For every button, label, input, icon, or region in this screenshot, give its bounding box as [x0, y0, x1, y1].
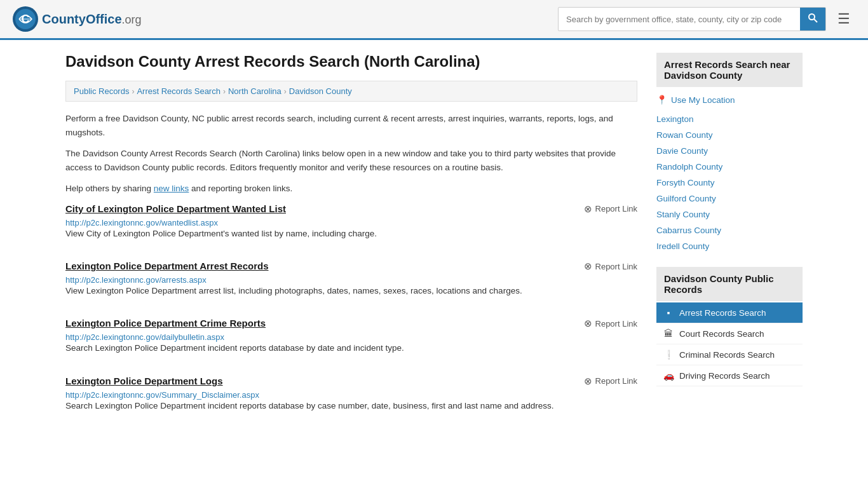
driving-record-icon: 🚗 — [663, 370, 674, 381]
search-bar — [558, 7, 826, 31]
resource-title-row-3: Lexington Police Department Logs ⊗ Repor… — [65, 376, 637, 387]
description-para3: Help others by sharing new links and rep… — [65, 182, 637, 196]
use-my-location-btn[interactable]: 📍 Use My Location — [656, 92, 803, 107]
sidebar-link-lexington[interactable]: Lexington — [656, 111, 803, 127]
resource-desc-0: View City of Lexington Police Department… — [65, 227, 637, 240]
logo-area: C CountyOffice.org — [13, 6, 142, 32]
report-icon-3: ⊗ — [584, 376, 592, 387]
search-button[interactable] — [800, 8, 825, 30]
sep-3: › — [284, 87, 287, 96]
resource-desc-3: Search Lexington Police Department incid… — [65, 400, 637, 412]
logo-text: CountyOffice.org — [42, 12, 142, 27]
report-link-btn-0[interactable]: ⊗ Report Link — [584, 203, 637, 215]
use-my-location-label: Use My Location — [671, 95, 735, 105]
header-right: ☰ — [558, 7, 855, 31]
resource-title-row-2: Lexington Police Department Crime Report… — [65, 318, 637, 329]
sidebar-record-arrest[interactable]: ▪ Arrest Records Search — [656, 302, 803, 323]
search-icon — [808, 13, 818, 23]
report-label-0: Report Link — [595, 204, 637, 214]
sidebar-link-iredell[interactable]: Iredell County — [656, 238, 803, 254]
resource-url-2[interactable]: http://p2c.lexingtonnc.gov/dailybulletin… — [65, 332, 224, 342]
sidebar-link-rowan[interactable]: Rowan County — [656, 127, 803, 143]
sep-1: › — [132, 87, 134, 96]
sidebar-link-cabarrus[interactable]: Cabarrus County — [656, 222, 803, 238]
report-link-btn-1[interactable]: ⊗ Report Link — [584, 261, 637, 272]
sep-2: › — [223, 87, 226, 96]
resource-title-1[interactable]: Lexington Police Department Arrest Recor… — [65, 261, 269, 271]
breadcrumb-north-carolina[interactable]: North Carolina — [228, 86, 281, 96]
sidebar-record-driving[interactable]: 🚗 Driving Records Search — [656, 365, 803, 386]
report-icon-2: ⊗ — [584, 318, 592, 329]
breadcrumb-arrest-records[interactable]: Arrest Records Search — [137, 86, 220, 96]
report-link-btn-2[interactable]: ⊗ Report Link — [584, 318, 637, 329]
sidebar-link-davie[interactable]: Davie County — [656, 143, 803, 159]
criminal-record-label: Criminal Records Search — [679, 350, 775, 360]
page-title: Davidson County Arrest Records Search (N… — [65, 53, 637, 71]
sidebar-records-heading: Davidson County Public Records — [656, 267, 803, 301]
breadcrumb: Public Records › Arrest Records Search ›… — [65, 81, 637, 102]
report-icon-0: ⊗ — [584, 203, 592, 215]
resource-entry-1: Lexington Police Department Arrest Recor… — [65, 261, 637, 302]
resource-entry-3: Lexington Police Department Logs ⊗ Repor… — [65, 376, 637, 417]
resource-entry-0: City of Lexington Police Department Want… — [65, 203, 637, 245]
sidebar-link-stanly[interactable]: Stanly County — [656, 207, 803, 222]
court-record-label: Court Records Search — [679, 329, 764, 339]
resource-url-0[interactable]: http://p2c.lexingtonnc.gov/wantedlist.as… — [65, 218, 218, 227]
menu-button[interactable]: ☰ — [832, 8, 855, 30]
resource-desc-2: Search Lexington Police Department incid… — [65, 342, 637, 355]
description-para3-suffix: and reporting broken links. — [189, 184, 292, 193]
sidebar-record-criminal[interactable]: ❕ Criminal Records Search — [656, 344, 803, 365]
sidebar-link-forsyth[interactable]: Forsyth County — [656, 175, 803, 191]
page-container: Davidson County Arrest Records Search (N… — [53, 40, 815, 445]
location-pin-icon: 📍 — [656, 95, 667, 105]
resources-list: City of Lexington Police Department Want… — [65, 203, 637, 417]
resource-title-row-1: Lexington Police Department Arrest Recor… — [65, 261, 637, 272]
court-record-icon: 🏛 — [663, 329, 674, 339]
resource-desc-1: View Lexington Police Department arrest … — [65, 285, 637, 297]
hamburger-icon: ☰ — [837, 11, 850, 27]
svg-point-3 — [809, 14, 815, 20]
description-para1: Perform a free Davidson County, NC publi… — [65, 112, 637, 139]
new-links-link[interactable]: new links — [154, 184, 189, 193]
header: C CountyOffice.org ☰ — [0, 0, 868, 40]
resource-title-row-0: City of Lexington Police Department Want… — [65, 203, 637, 215]
svg-line-4 — [814, 19, 817, 22]
sidebar-link-randolph[interactable]: Randolph County — [656, 159, 803, 175]
description-para2: The Davidson County Arrest Records Searc… — [65, 147, 637, 174]
sidebar: Arrest Records Search near Davidson Coun… — [656, 53, 803, 433]
report-label-3: Report Link — [595, 376, 637, 386]
resource-title-3[interactable]: Lexington Police Department Logs — [65, 376, 223, 386]
logo-icon: C — [13, 6, 38, 32]
description-para3-prefix: Help others by sharing — [65, 184, 154, 193]
breadcrumb-davidson-county[interactable]: Davidson County — [289, 86, 352, 96]
report-label-1: Report Link — [595, 262, 637, 271]
sidebar-nearby-heading: Arrest Records Search near Davidson Coun… — [656, 53, 803, 87]
driving-record-label: Driving Records Search — [679, 371, 770, 381]
resource-url-1[interactable]: http://p2c.lexingtonnc.gov/arrests.aspx — [65, 275, 207, 285]
criminal-record-icon: ❕ — [663, 349, 674, 360]
report-link-btn-3[interactable]: ⊗ Report Link — [584, 376, 637, 387]
search-input[interactable] — [559, 10, 800, 29]
arrest-record-label: Arrest Records Search — [679, 308, 766, 318]
main-content: Davidson County Arrest Records Search (N… — [65, 53, 637, 433]
sidebar-record-court[interactable]: 🏛 Court Records Search — [656, 323, 803, 344]
breadcrumb-public-records[interactable]: Public Records — [74, 86, 129, 96]
resource-title-0[interactable]: City of Lexington Police Department Want… — [65, 203, 286, 214]
resource-title-2[interactable]: Lexington Police Department Crime Report… — [65, 318, 266, 329]
report-label-2: Report Link — [595, 319, 637, 329]
resource-entry-2: Lexington Police Department Crime Report… — [65, 318, 637, 360]
sidebar-nearby-section: Arrest Records Search near Davidson Coun… — [656, 53, 803, 254]
resource-url-3[interactable]: http://p2c.lexingtonnc.gov/Summary_Discl… — [65, 390, 259, 400]
arrest-record-icon: ▪ — [663, 308, 674, 318]
report-icon-1: ⊗ — [584, 261, 592, 272]
sidebar-records-section: Davidson County Public Records ▪ Arrest … — [656, 267, 803, 386]
sidebar-link-guilford[interactable]: Guilford County — [656, 191, 803, 207]
